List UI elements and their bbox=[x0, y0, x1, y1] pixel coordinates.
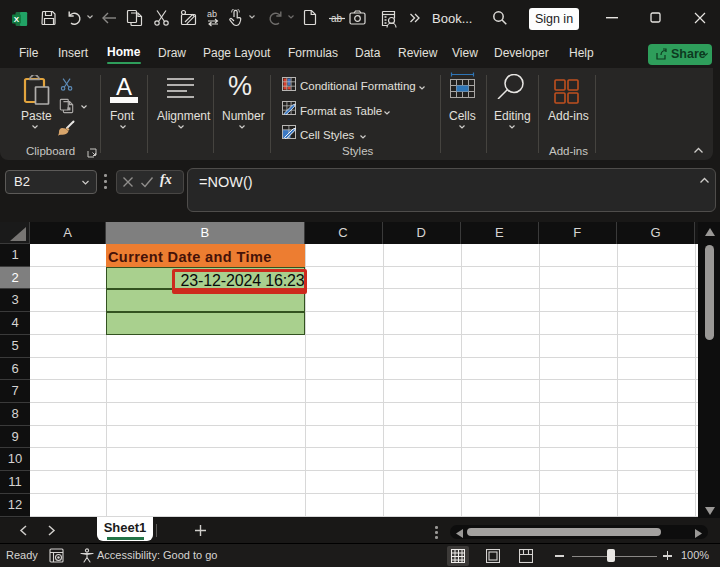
svg-text:X: X bbox=[14, 15, 20, 24]
svg-text:ab: ab bbox=[207, 9, 217, 19]
